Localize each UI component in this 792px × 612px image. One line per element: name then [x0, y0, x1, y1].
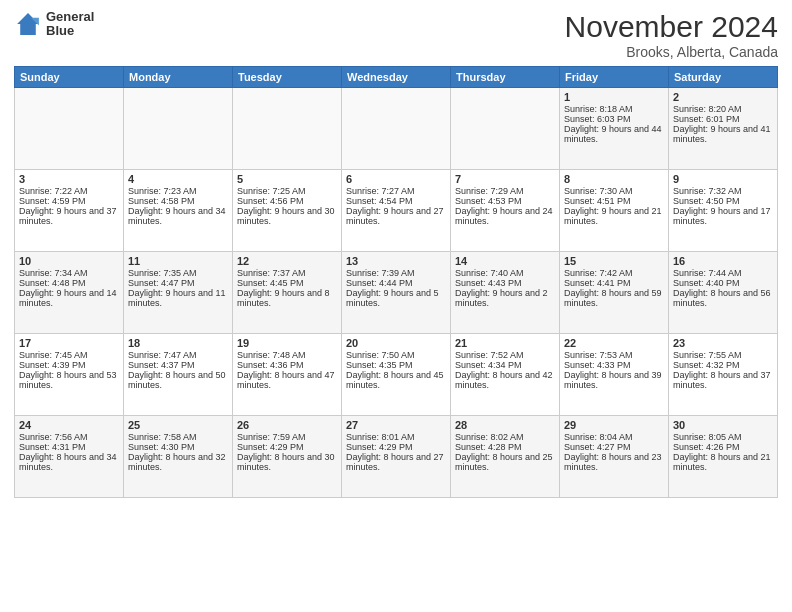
logo-line2: Blue [46, 24, 94, 38]
daylight-text: Daylight: 9 hours and 21 minutes. [564, 206, 664, 226]
day-number: 4 [128, 173, 228, 185]
day-header-thursday: Thursday [451, 67, 560, 88]
sunrise-text: Sunrise: 7:42 AM [564, 268, 664, 278]
sunrise-text: Sunrise: 7:44 AM [673, 268, 773, 278]
day-number: 19 [237, 337, 337, 349]
calendar-cell: 9Sunrise: 7:32 AMSunset: 4:50 PMDaylight… [669, 170, 778, 252]
daylight-text: Daylight: 9 hours and 14 minutes. [19, 288, 119, 308]
sunset-text: Sunset: 4:33 PM [564, 360, 664, 370]
calendar-cell: 11Sunrise: 7:35 AMSunset: 4:47 PMDayligh… [124, 252, 233, 334]
sunrise-text: Sunrise: 7:58 AM [128, 432, 228, 442]
day-number: 28 [455, 419, 555, 431]
daylight-text: Daylight: 9 hours and 27 minutes. [346, 206, 446, 226]
day-number: 23 [673, 337, 773, 349]
sunset-text: Sunset: 4:40 PM [673, 278, 773, 288]
sunrise-text: Sunrise: 7:52 AM [455, 350, 555, 360]
sunset-text: Sunset: 4:50 PM [673, 196, 773, 206]
daylight-text: Daylight: 8 hours and 34 minutes. [19, 452, 119, 472]
calendar-cell [233, 88, 342, 170]
calendar-header-row: SundayMondayTuesdayWednesdayThursdayFrid… [15, 67, 778, 88]
daylight-text: Daylight: 8 hours and 21 minutes. [673, 452, 773, 472]
sunrise-text: Sunrise: 7:25 AM [237, 186, 337, 196]
sunset-text: Sunset: 4:36 PM [237, 360, 337, 370]
sunrise-text: Sunrise: 7:55 AM [673, 350, 773, 360]
day-number: 18 [128, 337, 228, 349]
day-number: 9 [673, 173, 773, 185]
calendar-cell: 16Sunrise: 7:44 AMSunset: 4:40 PMDayligh… [669, 252, 778, 334]
calendar-cell: 18Sunrise: 7:47 AMSunset: 4:37 PMDayligh… [124, 334, 233, 416]
day-number: 30 [673, 419, 773, 431]
sunset-text: Sunset: 4:41 PM [564, 278, 664, 288]
calendar-cell: 25Sunrise: 7:58 AMSunset: 4:30 PMDayligh… [124, 416, 233, 498]
calendar-cell: 2Sunrise: 8:20 AMSunset: 6:01 PMDaylight… [669, 88, 778, 170]
daylight-text: Daylight: 9 hours and 17 minutes. [673, 206, 773, 226]
daylight-text: Daylight: 8 hours and 56 minutes. [673, 288, 773, 308]
sunset-text: Sunset: 4:45 PM [237, 278, 337, 288]
day-header-monday: Monday [124, 67, 233, 88]
sunset-text: Sunset: 6:01 PM [673, 114, 773, 124]
sunset-text: Sunset: 4:31 PM [19, 442, 119, 452]
calendar-cell: 8Sunrise: 7:30 AMSunset: 4:51 PMDaylight… [560, 170, 669, 252]
week-row-1: 1Sunrise: 8:18 AMSunset: 6:03 PMDaylight… [15, 88, 778, 170]
sunrise-text: Sunrise: 8:04 AM [564, 432, 664, 442]
daylight-text: Daylight: 8 hours and 23 minutes. [564, 452, 664, 472]
day-number: 12 [237, 255, 337, 267]
calendar-cell: 22Sunrise: 7:53 AMSunset: 4:33 PMDayligh… [560, 334, 669, 416]
calendar-cell: 17Sunrise: 7:45 AMSunset: 4:39 PMDayligh… [15, 334, 124, 416]
sunrise-text: Sunrise: 7:30 AM [564, 186, 664, 196]
calendar-cell: 23Sunrise: 7:55 AMSunset: 4:32 PMDayligh… [669, 334, 778, 416]
location: Brooks, Alberta, Canada [565, 44, 778, 60]
day-number: 6 [346, 173, 446, 185]
daylight-text: Daylight: 8 hours and 59 minutes. [564, 288, 664, 308]
day-number: 2 [673, 91, 773, 103]
daylight-text: Daylight: 9 hours and 37 minutes. [19, 206, 119, 226]
day-number: 24 [19, 419, 119, 431]
sunset-text: Sunset: 4:37 PM [128, 360, 228, 370]
daylight-text: Daylight: 8 hours and 30 minutes. [237, 452, 337, 472]
sunset-text: Sunset: 4:26 PM [673, 442, 773, 452]
day-number: 3 [19, 173, 119, 185]
sunrise-text: Sunrise: 7:39 AM [346, 268, 446, 278]
sunset-text: Sunset: 4:48 PM [19, 278, 119, 288]
header: General Blue November 2024 Brooks, Alber… [14, 10, 778, 60]
sunrise-text: Sunrise: 7:35 AM [128, 268, 228, 278]
sunrise-text: Sunrise: 7:53 AM [564, 350, 664, 360]
sunrise-text: Sunrise: 7:47 AM [128, 350, 228, 360]
sunrise-text: Sunrise: 7:37 AM [237, 268, 337, 278]
day-header-saturday: Saturday [669, 67, 778, 88]
sunrise-text: Sunrise: 7:59 AM [237, 432, 337, 442]
calendar-cell: 10Sunrise: 7:34 AMSunset: 4:48 PMDayligh… [15, 252, 124, 334]
calendar-cell [451, 88, 560, 170]
sunset-text: Sunset: 4:34 PM [455, 360, 555, 370]
calendar-table: SundayMondayTuesdayWednesdayThursdayFrid… [14, 66, 778, 498]
sunset-text: Sunset: 4:56 PM [237, 196, 337, 206]
calendar-cell: 14Sunrise: 7:40 AMSunset: 4:43 PMDayligh… [451, 252, 560, 334]
daylight-text: Daylight: 9 hours and 41 minutes. [673, 124, 773, 144]
calendar-cell: 27Sunrise: 8:01 AMSunset: 4:29 PMDayligh… [342, 416, 451, 498]
day-number: 29 [564, 419, 664, 431]
daylight-text: Daylight: 9 hours and 11 minutes. [128, 288, 228, 308]
day-number: 26 [237, 419, 337, 431]
daylight-text: Daylight: 8 hours and 32 minutes. [128, 452, 228, 472]
day-number: 14 [455, 255, 555, 267]
sunset-text: Sunset: 4:44 PM [346, 278, 446, 288]
day-header-wednesday: Wednesday [342, 67, 451, 88]
day-number: 8 [564, 173, 664, 185]
day-number: 17 [19, 337, 119, 349]
sunset-text: Sunset: 4:28 PM [455, 442, 555, 452]
sunset-text: Sunset: 4:59 PM [19, 196, 119, 206]
day-number: 27 [346, 419, 446, 431]
calendar-cell: 26Sunrise: 7:59 AMSunset: 4:29 PMDayligh… [233, 416, 342, 498]
day-number: 15 [564, 255, 664, 267]
sunrise-text: Sunrise: 8:05 AM [673, 432, 773, 442]
sunrise-text: Sunrise: 8:02 AM [455, 432, 555, 442]
day-number: 13 [346, 255, 446, 267]
sunrise-text: Sunrise: 7:48 AM [237, 350, 337, 360]
week-row-2: 3Sunrise: 7:22 AMSunset: 4:59 PMDaylight… [15, 170, 778, 252]
day-number: 10 [19, 255, 119, 267]
sunrise-text: Sunrise: 8:18 AM [564, 104, 664, 114]
daylight-text: Daylight: 9 hours and 44 minutes. [564, 124, 664, 144]
month-title: November 2024 [565, 10, 778, 44]
calendar-cell: 21Sunrise: 7:52 AMSunset: 4:34 PMDayligh… [451, 334, 560, 416]
daylight-text: Daylight: 9 hours and 24 minutes. [455, 206, 555, 226]
